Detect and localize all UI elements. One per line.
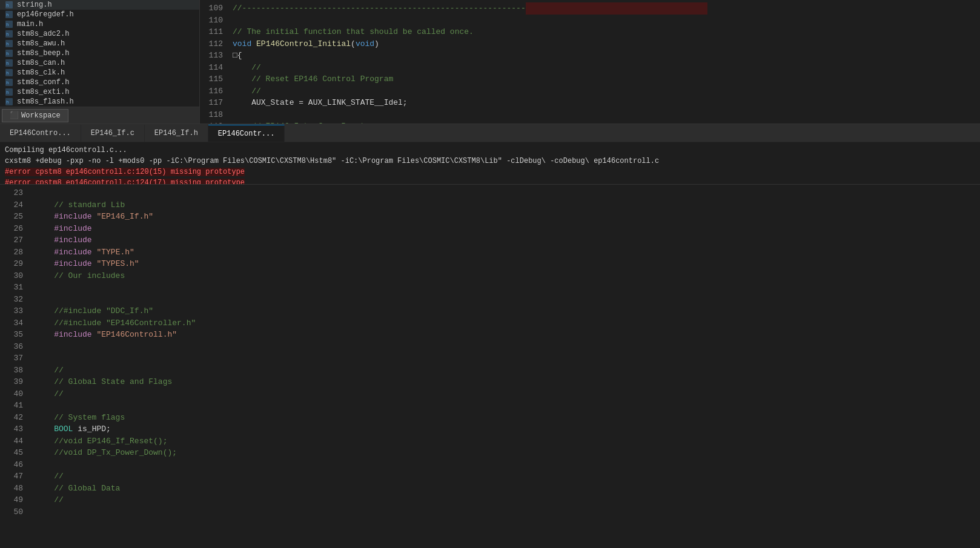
line-number: 42 (0, 412, 23, 424)
file-icon: h (5, 68, 15, 77)
file-tree-item[interactable]: h stm8s_can.h (0, 58, 199, 68)
code-line: // Global State and Flags (35, 376, 975, 388)
file-name: stm8s_awu.h (17, 39, 65, 48)
line-number: 37 (0, 352, 23, 365)
file-name: stm8s_exti.h (17, 88, 69, 96)
file-tree-item[interactable]: h stm8s_flash.h (0, 97, 199, 107)
file-tree-item[interactable]: h main.h (0, 19, 199, 29)
file-tree-item[interactable]: h stm8s_adc2.h (0, 29, 199, 39)
svg-text:h: h (6, 2, 9, 8)
line-number: 25 (0, 211, 23, 223)
code-editor-main[interactable]: 2324252627282930313233343536373839404142… (0, 185, 980, 548)
tab[interactable]: EP146Contr... (208, 125, 285, 142)
file-icon: h (5, 97, 15, 106)
line-number: 46 (0, 459, 23, 471)
console-line: Compiling ep146controll.c... (5, 145, 975, 156)
code-line: // standard Lib (35, 199, 975, 211)
code-editor-top: 109110111112113114115116117118119120121 … (200, 0, 980, 124)
file-tree: h string.h h ep146regdef.h h main.h h st (0, 0, 199, 107)
top-code-content[interactable]: //--------------------------------------… (230, 0, 980, 124)
line-number: 36 (0, 341, 23, 353)
line-number: 114 (200, 62, 223, 74)
file-name: stm8s_can.h (17, 59, 65, 67)
error-text: #error cpstm8 ep146controll.c:120(15) mi… (5, 168, 245, 176)
file-name: stm8s_clk.h (17, 68, 65, 77)
tab-bar: EP146Contro...EP146_If.cEP146_If.hEP146C… (0, 124, 980, 142)
code-line: //--------------------------------------… (233, 2, 978, 15)
code-line (35, 282, 975, 294)
code-line: // Our includes (35, 270, 975, 282)
code-line (35, 400, 975, 412)
main-code-content[interactable]: // standard Lib #include "EP146_If.h" #i… (30, 185, 980, 548)
file-tree-item[interactable]: h stm8s_exti.h (0, 87, 199, 97)
file-icon: h (5, 20, 15, 28)
code-line (35, 352, 975, 365)
line-number: 33 (0, 305, 23, 317)
line-number: 50 (0, 506, 23, 518)
line-number: 38 (0, 365, 23, 377)
line-number: 28 (0, 246, 23, 259)
file-tree-item[interactable]: h stm8s_clk.h (0, 68, 199, 78)
code-line: // (35, 365, 975, 377)
line-number: 115 (200, 73, 223, 85)
file-tree-item[interactable]: h stm8s_beep.h (0, 48, 199, 58)
file-icon: h (5, 78, 15, 87)
code-line: // The initial function that should be c… (233, 26, 978, 38)
workspace-button[interactable]: ⬛ Workspace (2, 109, 68, 122)
top-code-wrapper: 109110111112113114115116117118119120121 … (200, 0, 980, 124)
workspace-bar: ⬛ Workspace (0, 107, 200, 124)
code-line: #include "TYPES.h" (35, 258, 975, 270)
svg-text:h: h (6, 22, 9, 27)
svg-text:h: h (6, 90, 9, 95)
file-tree-item[interactable]: h ep146regdef.h (0, 10, 199, 19)
file-icon: h (5, 49, 15, 58)
code-line (35, 341, 975, 353)
code-line (35, 187, 975, 199)
code-line: // (35, 494, 975, 506)
file-icon: h (5, 59, 15, 67)
line-number: 118 (200, 109, 223, 121)
file-icon: h (5, 30, 15, 38)
file-icon: h (5, 39, 15, 48)
error-text: #error cpstm8 ep146controll.c:124(17) mi… (5, 179, 245, 185)
code-line: // (233, 85, 978, 97)
line-number: 109 (200, 2, 223, 15)
file-name: stm8s_adc2.h (17, 30, 69, 38)
code-line: //void DP_Tx_Power_Down(); (35, 447, 975, 459)
svg-text:h: h (6, 41, 9, 47)
file-name: stm8s_flash.h (17, 97, 74, 106)
file-tree-item[interactable]: h stm8s_awu.h (0, 39, 199, 48)
line-number: 110 (200, 15, 223, 27)
console-section: Compiling ep146controll.c...cxstm8 +debu… (0, 142, 980, 185)
line-number: 48 (0, 483, 23, 495)
svg-text:h: h (6, 70, 9, 76)
line-number: 32 (0, 294, 23, 306)
code-line: #include (35, 234, 975, 246)
code-line: //#include "EP146Controller.h" (35, 317, 975, 329)
line-number: 119 (200, 120, 223, 124)
code-line (35, 294, 975, 306)
workspace-label: Workspace (21, 111, 61, 120)
tab[interactable]: EP146Contro... (0, 125, 81, 142)
tab[interactable]: EP146_If.h (145, 125, 208, 142)
line-number: 40 (0, 388, 23, 400)
file-tree-item[interactable]: h string.h (0, 0, 199, 10)
svg-text:h: h (6, 80, 9, 85)
file-icon: h (5, 1, 15, 9)
tab[interactable]: EP146_If.c (81, 125, 145, 142)
line-number: 41 (0, 400, 23, 412)
line-number: 45 (0, 447, 23, 459)
code-line (233, 109, 978, 121)
svg-text:h: h (6, 61, 9, 66)
left-panel: h string.h h ep146regdef.h h main.h h st (0, 0, 200, 124)
line-number: 49 (0, 494, 23, 506)
line-number: 35 (0, 329, 23, 341)
main-line-numbers: 2324252627282930313233343536373839404142… (0, 185, 30, 548)
file-tree-item[interactable]: h stm8s_conf.h (0, 78, 199, 87)
file-name: stm8s_conf.h (17, 78, 69, 87)
line-number: 44 (0, 435, 23, 447)
line-number: 24 (0, 199, 23, 211)
line-number: 111 (200, 26, 223, 38)
code-line (35, 459, 975, 471)
code-line: // (35, 470, 975, 483)
